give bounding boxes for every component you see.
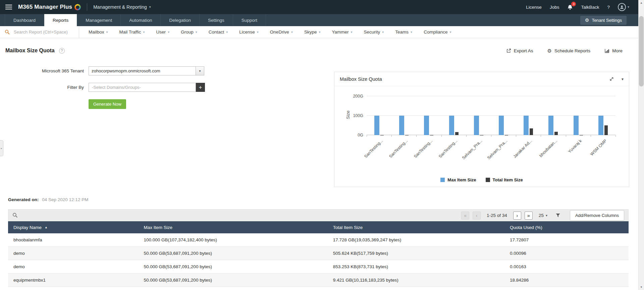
report-menu-mailbox[interactable]: Mailbox▾ bbox=[89, 30, 108, 35]
user-menu[interactable]: ▾ bbox=[618, 3, 629, 11]
tab-settings[interactable]: Settings bbox=[200, 14, 233, 26]
tab-dashboard[interactable]: Dashboard bbox=[5, 14, 44, 26]
bar-max-item-size bbox=[598, 116, 603, 135]
prev-page-button[interactable]: ‹ bbox=[473, 212, 481, 220]
x-axis-label: Selvam_Pra... bbox=[486, 138, 508, 160]
column-header-display-name[interactable]: Display Name ▲ bbox=[8, 225, 139, 230]
chart-more-icon bbox=[604, 48, 609, 53]
scroll-up-icon[interactable]: ▲ bbox=[639, 0, 644, 6]
search-icon[interactable] bbox=[5, 30, 10, 35]
notifications-button[interactable]: 3 bbox=[567, 4, 573, 10]
more-button[interactable]: More bbox=[604, 48, 623, 53]
jobs-link[interactable]: Jobs bbox=[550, 5, 559, 10]
report-menu-group[interactable]: Group▾ bbox=[181, 30, 197, 35]
chevron-down-icon: ▾ bbox=[143, 31, 145, 34]
column-header-total-item-size[interactable]: Total Item Size bbox=[328, 225, 504, 230]
table-search-icon[interactable] bbox=[12, 213, 18, 218]
report-menu-user[interactable]: User▾ bbox=[156, 30, 170, 35]
bar-max-item-size bbox=[499, 116, 504, 135]
x-axis-tick bbox=[591, 135, 591, 137]
vertical-scrollbar[interactable]: ▲ ▼ bbox=[638, 0, 644, 290]
report-menu-yammer[interactable]: Yammer▾ bbox=[332, 30, 352, 35]
bar-total-item-size bbox=[604, 125, 608, 135]
schedule-reports-button[interactable]: ⚙ Schedule Reports bbox=[547, 48, 590, 53]
divider bbox=[87, 3, 87, 11]
top-bar: M365 Manager Plus Management & Reporting… bbox=[0, 0, 644, 14]
tab-reports[interactable]: Reports bbox=[44, 14, 77, 26]
help-link[interactable]: ? bbox=[607, 5, 610, 10]
add-filter-button[interactable]: + bbox=[196, 83, 205, 92]
report-menu-label: License bbox=[239, 30, 255, 35]
chevron-down-icon: ▾ bbox=[291, 31, 293, 34]
app-logo: M365 Manager Plus bbox=[18, 4, 81, 10]
help-icon[interactable]: ? bbox=[59, 48, 65, 54]
table-row[interactable]: bhoobalanmfa100.000 GB(107,374,182,400 b… bbox=[8, 233, 629, 247]
legend-item: Max Item Size bbox=[440, 177, 476, 182]
x-axis-label: SanTesting... bbox=[438, 138, 459, 159]
hamburger-menu-icon[interactable] bbox=[5, 3, 12, 11]
tab-automation[interactable]: Automation bbox=[121, 14, 161, 26]
filter-button[interactable] bbox=[555, 213, 560, 218]
report-menu-label: OneDrive bbox=[270, 30, 289, 35]
filter-domains-input[interactable] bbox=[89, 83, 196, 92]
chevron-down-icon: ▾ bbox=[411, 31, 412, 34]
table-cell: 18.84286 bbox=[504, 278, 629, 283]
context-menu[interactable]: Management & Reporting ▾ bbox=[93, 4, 151, 10]
license-link[interactable]: License bbox=[526, 5, 542, 10]
page-size-select[interactable]: 25 ▾ bbox=[539, 213, 547, 218]
bar-total-item-size bbox=[530, 128, 533, 135]
generate-now-button[interactable]: Generate Now bbox=[89, 99, 126, 109]
search-report-input[interactable] bbox=[13, 29, 72, 35]
table-row[interactable]: demo50.000 GB(53,687,091,200 bytes)853.2… bbox=[8, 260, 629, 274]
tenant-select[interactable]: zohocorpwsmopm.onmicrosoft.com ▾ bbox=[89, 66, 204, 75]
chevron-right-icon: ▸ bbox=[1, 147, 2, 150]
chevron-down-icon: ▾ bbox=[226, 31, 228, 34]
tab-support[interactable]: Support bbox=[233, 14, 266, 26]
next-page-button[interactable]: › bbox=[513, 212, 521, 220]
x-axis-label: bhoobalan... bbox=[538, 138, 558, 158]
notification-badge: 3 bbox=[571, 2, 576, 6]
bar-group: SanTesting... bbox=[374, 96, 384, 135]
report-menu-onedrive[interactable]: OneDrive▾ bbox=[270, 30, 293, 35]
last-page-button[interactable]: » bbox=[525, 212, 533, 220]
report-menu-teams[interactable]: Teams▾ bbox=[395, 30, 412, 35]
export-icon bbox=[506, 48, 511, 53]
tab-delegation[interactable]: Delegation bbox=[161, 14, 200, 26]
x-axis-tick bbox=[367, 135, 367, 137]
report-menu-label: Mailbox bbox=[89, 30, 104, 35]
column-header-max-item-size[interactable]: Max Item Size bbox=[139, 225, 328, 230]
scrollbar-thumb[interactable] bbox=[639, 16, 644, 86]
tab-management[interactable]: Management bbox=[77, 14, 121, 26]
chart-panel: Mailbox Size Quota ▾ Size 0G100G200GSanT… bbox=[334, 72, 629, 187]
add-remove-columns-button[interactable]: Add/Remove Columns bbox=[570, 210, 624, 221]
report-menu-security[interactable]: Security▾ bbox=[364, 30, 384, 35]
bar-max-item-size bbox=[574, 116, 579, 135]
scroll-down-icon[interactable]: ▼ bbox=[639, 284, 644, 290]
chevron-down-icon[interactable]: ▾ bbox=[196, 67, 204, 75]
column-header-quota-used[interactable]: Quota Used (%) bbox=[504, 225, 629, 230]
chart-panel-header: Mailbox Size Quota ▾ bbox=[334, 72, 629, 86]
table-toolbar: « ‹ 1-25 of 34 › » 25 ▾ Add/Remove Colum… bbox=[8, 209, 629, 221]
chevron-down-icon: ▾ bbox=[149, 5, 151, 9]
x-axis-label: WSM OMP bbox=[590, 138, 608, 157]
report-menu-mail-traffic[interactable]: Mail Traffic▾ bbox=[119, 30, 145, 35]
tenant-settings-button[interactable]: ⚙ Tenant Settings bbox=[580, 16, 627, 25]
expand-chart-button[interactable] bbox=[609, 76, 614, 81]
report-menu-skype[interactable]: Skype▾ bbox=[304, 30, 321, 35]
talkback-link[interactable]: TalkBack bbox=[581, 5, 599, 10]
export-as-button[interactable]: Export As bbox=[506, 48, 533, 53]
y-tick-label: 100G bbox=[353, 113, 363, 118]
plus-icon: + bbox=[199, 84, 202, 91]
chart-menu-button[interactable]: ▾ bbox=[622, 77, 624, 81]
table-row[interactable]: equipmentmbx150.000 GB(53,687,091,200 by… bbox=[8, 274, 629, 287]
table-row[interactable]: demo50.000 GB(53,687,091,200 bytes)505.6… bbox=[8, 247, 629, 260]
report-menu-license[interactable]: License▾ bbox=[239, 30, 259, 35]
first-page-button[interactable]: « bbox=[461, 212, 469, 220]
x-axis-label: Selvam_Pra... bbox=[461, 138, 483, 160]
report-menu-contact[interactable]: Contact▾ bbox=[209, 30, 228, 35]
left-panel-toggle[interactable]: ▸ bbox=[0, 140, 3, 156]
table-body: bhoobalanmfa100.000 GB(107,374,182,400 b… bbox=[8, 233, 629, 287]
x-axis-label: Janakar Ad... bbox=[513, 138, 533, 159]
report-menu-compliance[interactable]: Compliance▾ bbox=[424, 30, 451, 35]
report-table: « ‹ 1-25 of 34 › » 25 ▾ Add/Remove Colum… bbox=[8, 209, 629, 287]
